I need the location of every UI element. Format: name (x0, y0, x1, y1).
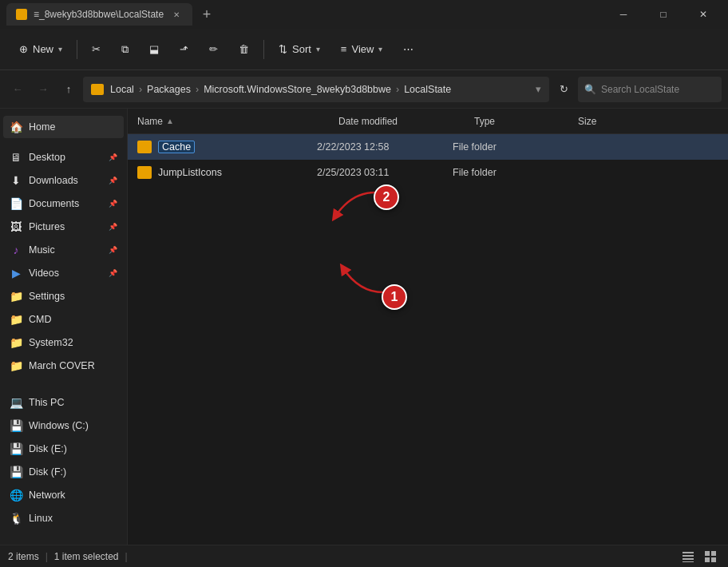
path-sep-2: › (196, 84, 199, 95)
sidebar-item-system32[interactable]: 📁 System32 (3, 331, 124, 354)
view-toggle-buttons (679, 548, 720, 565)
sidebar-item-pictures[interactable]: 🖼 Pictures 📌 (3, 216, 124, 238)
sidebar-item-documents[interactable]: 📄 Documents 📌 (3, 192, 124, 215)
active-tab[interactable]: ≡_8wekyb3d8bbwe\LocalState ✕ (6, 3, 192, 26)
disk-f-icon: 💾 (10, 466, 22, 478)
sidebar-item-disk-e[interactable]: 💾 Disk (E:) (3, 438, 124, 460)
more-button[interactable]: ⋯ (394, 35, 423, 64)
sidebar-item-label: Disk (F:) (29, 466, 66, 478)
sidebar-item-settings[interactable]: 📁 Settings (3, 285, 124, 307)
share-button[interactable]: ⬏ (170, 35, 198, 64)
delete-button[interactable]: 🗑 (229, 35, 259, 64)
forward-button[interactable]: → (32, 78, 54, 101)
folder-icon-jumplist (137, 166, 152, 179)
path-sep-3: › (396, 84, 399, 95)
path-packages: Packages (147, 84, 191, 95)
rename-button[interactable]: ✏ (200, 35, 228, 64)
sort-button[interactable]: ⇅ Sort ▾ (269, 35, 330, 64)
more-icon: ⋯ (403, 43, 413, 55)
svg-rect-2 (682, 558, 694, 560)
network-icon: 🌐 (10, 489, 22, 502)
paste-button[interactable]: ⬓ (140, 35, 168, 64)
sidebar-item-music[interactable]: ♪ Music 📌 (3, 239, 124, 261)
column-header: Name ▲ Date modified Type Size (128, 109, 728, 134)
name-col-label: Name (137, 116, 163, 127)
path-local: Local (110, 84, 134, 95)
sidebar-item-videos[interactable]: ▶ Videos 📌 (3, 262, 124, 284)
title-bar: ≡_8wekyb3d8bbwe\LocalState ✕ + ─ □ ✕ (0, 0, 728, 29)
tab-close-button[interactable]: ✕ (170, 8, 183, 21)
svg-rect-3 (682, 561, 694, 562)
file-name-cache: Cache (137, 141, 317, 153)
up-button[interactable]: ↑ (57, 78, 80, 101)
item-count: 2 items (8, 551, 39, 562)
cut-button[interactable]: ✂ (82, 35, 110, 64)
svg-rect-7 (711, 557, 716, 562)
home-icon: 🏠 (10, 121, 22, 133)
path-winstore: Microsoft.WindowsStore_8wekyb3d8bbwe (204, 84, 391, 95)
settings-icon: 📁 (10, 290, 22, 303)
window-controls: ─ □ ✕ (605, 2, 722, 27)
svg-rect-1 (682, 555, 694, 557)
sidebar-item-home[interactable]: 🏠 Home (3, 116, 124, 138)
tiles-view-icon (704, 550, 717, 563)
status-separator-1: | (46, 551, 48, 562)
minimize-button[interactable]: ─ (605, 2, 642, 27)
sidebar-item-network[interactable]: 🌐 Network (3, 484, 124, 506)
sidebar-item-windows-c[interactable]: 💾 Windows (C:) (3, 414, 124, 437)
table-row[interactable]: JumpListIcons 2/25/2023 03:11 File folde… (128, 160, 728, 185)
sidebar-item-linux[interactable]: 🐧 Linux (3, 507, 124, 529)
tiles-view-button[interactable] (701, 548, 720, 565)
table-row[interactable]: Cache 2/22/2023 12:58 File folder (128, 134, 728, 160)
sidebar-item-label: CMD (29, 314, 51, 325)
column-date-modified: Date modified (338, 116, 474, 127)
sidebar-item-label: Settings (29, 291, 65, 302)
file-area: Name ▲ Date modified Type Size Cache 2/2… (128, 109, 728, 545)
details-view-icon (682, 550, 694, 563)
file-type-cache: File folder (453, 141, 556, 153)
downloads-icon: ⬇ (10, 174, 22, 187)
toolbar-separator-1 (77, 40, 77, 59)
file-name-edit-input[interactable]: Cache (158, 141, 195, 153)
column-type: Type (474, 116, 578, 127)
march-cover-icon: 📁 (10, 359, 22, 372)
address-path[interactable]: Local › Packages › Microsoft.WindowsStor… (83, 77, 549, 102)
maximize-button[interactable]: □ (645, 2, 682, 27)
column-size: Size (578, 116, 658, 127)
cut-icon: ✂ (92, 43, 101, 55)
sidebar-item-label: Desktop (29, 152, 65, 163)
new-tab-button[interactable]: + (196, 3, 218, 26)
column-name[interactable]: Name ▲ (137, 116, 338, 127)
close-button[interactable]: ✕ (685, 2, 722, 27)
sidebar-item-label: Music (29, 244, 55, 256)
status-bar: 2 items | 1 item selected | (0, 545, 728, 567)
sidebar-item-label: System32 (29, 337, 73, 348)
sidebar-item-march-cover[interactable]: 📁 March COVER (3, 355, 124, 377)
this-pc-icon: 💻 (10, 396, 22, 409)
sidebar-item-label: Linux (29, 513, 53, 524)
search-box[interactable]: 🔍 Search LocalState (578, 77, 722, 102)
sidebar-item-label: Videos (29, 268, 59, 279)
rename-icon: ✏ (209, 43, 218, 55)
new-button[interactable]: ⊕ New ▾ (10, 35, 72, 64)
sidebar-item-downloads[interactable]: ⬇ Downloads 📌 (3, 169, 124, 192)
sidebar-item-this-pc[interactable]: 💻 This PC (3, 391, 124, 414)
delete-icon: 🗑 (239, 43, 249, 55)
sidebar-item-cmd[interactable]: 📁 CMD (3, 308, 124, 331)
sidebar-item-disk-f[interactable]: 💾 Disk (F:) (3, 461, 124, 483)
back-button[interactable]: ← (6, 78, 29, 101)
pin-icon: 📌 (109, 246, 117, 254)
refresh-button[interactable]: ↻ (552, 78, 575, 101)
details-view-button[interactable] (679, 548, 698, 565)
videos-icon: ▶ (10, 267, 22, 280)
sidebar-item-desktop[interactable]: 🖥 Desktop 📌 (3, 146, 124, 169)
svg-rect-6 (705, 557, 710, 562)
sidebar-item-label: Network (29, 490, 65, 501)
pictures-icon: 🖼 (10, 220, 22, 233)
tab-title: ≡_8wekyb3d8bbwe\LocalState (34, 9, 164, 20)
view-button[interactable]: ≡ View ▾ (331, 35, 393, 64)
view-label: View (351, 43, 374, 55)
copy-button[interactable]: ⧉ (112, 35, 138, 64)
path-dropdown-arrow[interactable]: ▾ (536, 83, 541, 95)
file-date-cache: 2/22/2023 12:58 (317, 141, 453, 153)
